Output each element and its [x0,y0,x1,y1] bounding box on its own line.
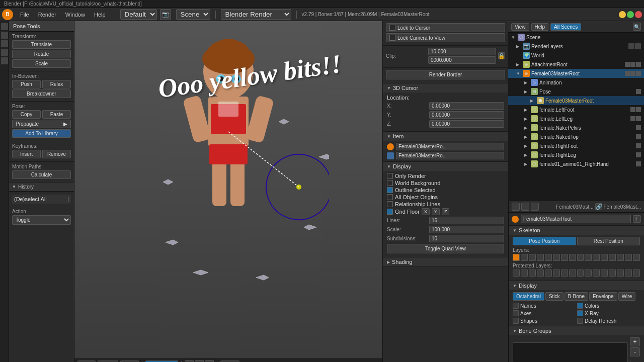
minimize-button[interactable] [619,11,626,18]
search-icon[interactable]: 🔍 [633,23,641,31]
player-10[interactable] [593,269,600,277]
bone-groups-header[interactable]: Bone Groups [509,326,644,335]
tree-item-righthand[interactable]: ▶ ⬡ female01_anime01_RightHand [508,159,644,168]
layer-10[interactable] [593,254,600,261]
armature-fullname-field[interactable]: Female03MasterRoot [521,215,631,223]
tree-item-pelvis[interactable]: ▶ ⬡ female.NakePelvis [508,123,644,132]
rh-vis[interactable] [636,161,641,166]
all-scenes-tab[interactable]: All Scenes [550,23,581,31]
lock-to-cursor-button[interactable]: Lock to Cursor [386,23,505,32]
tool-icon-1[interactable] [1,23,8,30]
player-4[interactable] [545,269,552,277]
menu-window[interactable]: Window [61,11,89,19]
bone-display-header[interactable]: Display [509,281,644,290]
layer-2[interactable] [529,254,536,261]
tree-item-leftfoot[interactable]: ▶ ⬡ female.LeftFoot [508,105,644,114]
layer-0[interactable] [513,254,520,261]
tool-icon-5[interactable] [1,57,8,64]
deselect-all-row[interactable]: (De)select All | [12,195,71,204]
outline-checkbox[interactable] [387,187,393,193]
view-tab[interactable]: View [511,23,529,31]
lock-camera-button[interactable]: Lock Camera to View [386,33,505,42]
tree-item-leftleg[interactable]: ▶ ⬡ female.LeftLeg [508,114,644,123]
viewport[interactable]: Ooo yellow bits!! View Select Pose Pose … [74,21,382,362]
tree-item-renderlayers[interactable]: ▶ 📷 RenderLayers [508,42,644,51]
relationship-checkbox[interactable] [387,201,393,207]
render-icon[interactable] [635,43,641,49]
menu-help[interactable]: Help [90,11,110,19]
player-1[interactable] [521,269,528,277]
p-vis[interactable] [636,125,641,130]
menu-render[interactable]: Render [34,11,60,19]
tool-icon-2[interactable] [1,32,8,39]
render-icon2[interactable] [636,62,641,67]
layer-1[interactable] [521,254,528,261]
tool-icon-3[interactable] [1,40,8,47]
pose-vis-icon[interactable] [636,89,641,94]
lock-cursor-checkbox[interactable] [389,25,395,31]
view-icon-1[interactable]: ⊞ [185,360,194,363]
shading-header[interactable]: Shading [383,257,508,266]
world-bg-checkbox[interactable] [387,180,393,186]
item-name-1[interactable]: Female03MasterRo... [396,143,504,150]
render-border-button[interactable]: Render Border [386,70,505,79]
history-header[interactable]: History [9,183,74,192]
shapes-checkbox[interactable] [513,318,519,324]
player-11[interactable] [601,269,608,277]
nt-vis[interactable] [636,134,641,139]
player-13[interactable] [617,269,624,277]
colors-checkbox[interactable] [577,303,583,309]
cursor-y-input[interactable]: 0.00000 [429,111,504,119]
grid-floor-checkbox[interactable] [387,209,393,215]
action-dropdown[interactable]: Toggle [12,215,71,225]
player-12[interactable] [609,269,616,277]
display-header[interactable]: Display [383,162,508,171]
scale-button[interactable]: Scale [12,59,71,68]
lock-icon[interactable] [630,62,635,67]
delay-checkbox[interactable] [577,318,583,324]
item-name-2[interactable]: Female03MasterRo... [396,152,504,159]
layer-9[interactable] [585,254,592,261]
xray-checkbox[interactable] [577,310,583,316]
menu-file[interactable]: File [16,11,33,19]
player-15[interactable] [633,269,640,277]
layer-8[interactable] [577,254,584,261]
tree-item-nakedtop[interactable]: ▶ ⬡ female.NakedTop [508,132,644,141]
vis-icon[interactable] [625,62,630,67]
item-header[interactable]: Item [383,132,508,141]
player-9[interactable] [585,269,592,277]
skeleton-header[interactable]: Skeleton [509,226,644,235]
translate-button[interactable]: Translate [12,40,71,49]
wire-button[interactable]: Wire [618,292,636,301]
scene-selector[interactable]: Scene [176,9,210,20]
close-button[interactable] [635,11,642,18]
player-7[interactable] [569,269,576,277]
names-checkbox[interactable] [513,303,519,309]
tree-item-pose[interactable]: ▶ ⊞ Pose [508,87,644,96]
outliner-tree[interactable]: ▼ ⬡ Scene ▶ 📷 RenderLayers 🌍 World ▶ [508,33,644,201]
player-0[interactable] [513,269,520,277]
layer-4[interactable] [545,254,552,261]
tree-item-bone-root[interactable]: ▶ ⬟ Female03MasterRoot [508,96,644,105]
remove-group-button[interactable]: - [630,347,640,356]
propagate-button[interactable]: Propagate ▶ [12,120,71,128]
maximize-button[interactable] [627,11,634,18]
origins-checkbox[interactable] [387,194,393,200]
relax-button[interactable]: Relax [42,80,71,88]
player-2[interactable] [529,269,536,277]
layer-3[interactable] [537,254,544,261]
tree-item-world[interactable]: 🌍 World [508,51,644,60]
cursor-x-input[interactable]: 0.00000 [429,102,504,110]
layer-5[interactable] [553,254,560,261]
bp-chain-icon[interactable]: 🔗 [595,203,602,210]
layer-11[interactable] [601,254,608,261]
lock-camera-checkbox[interactable] [389,35,395,41]
rl-vis[interactable] [636,152,641,157]
tree-item-attachroot[interactable]: ▶ ⊕ AttachmentRoot [508,60,644,69]
lines-input[interactable]: 16 [429,217,504,224]
bone-groups-list[interactable] [513,342,628,362]
tool-icon-4[interactable] [1,49,8,56]
view-icon-3[interactable]: ◯ [205,360,214,363]
grid-z-button[interactable]: Z [442,208,450,215]
octahedral-button[interactable]: Octahedral [513,292,544,301]
